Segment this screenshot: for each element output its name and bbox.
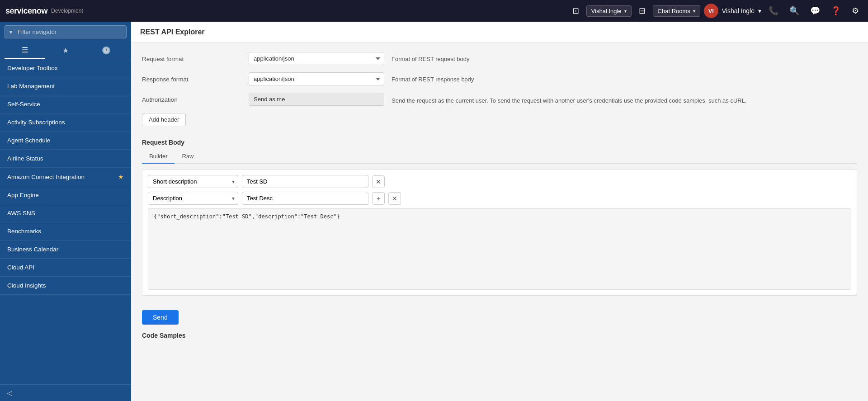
body-builder: Short descriptionDescriptionPriorityCate… bbox=[142, 169, 857, 296]
nav-item-label: Cloud Insights bbox=[7, 282, 46, 289]
help-icon: ❓ bbox=[831, 6, 841, 16]
sidebar-item-self-service[interactable]: Self-Service bbox=[0, 95, 131, 113]
authorization-desc: Send the request as the current user. To… bbox=[392, 93, 857, 106]
sidebar-item-cloud-insights[interactable]: Cloud Insights bbox=[0, 277, 131, 295]
sidebar-item-lab-management[interactable]: Lab Management bbox=[0, 77, 131, 95]
add-field-button[interactable]: + bbox=[372, 192, 385, 205]
chat-rooms-chevron-icon: ▾ bbox=[693, 9, 695, 14]
chat-rooms-label: Chat Rooms bbox=[658, 8, 690, 14]
nav-item-label: Developer Toolbox bbox=[7, 65, 58, 71]
nav-item-label: Amazon Connect Integration bbox=[7, 174, 85, 180]
avatar: VI bbox=[704, 4, 718, 18]
tab-raw[interactable]: Raw bbox=[175, 150, 201, 164]
remove-field-button-0[interactable]: ✕ bbox=[372, 175, 385, 188]
nav-item-label: Benchmarks bbox=[7, 228, 41, 235]
user-chevron-icon: ▾ bbox=[758, 7, 761, 14]
nav-item-label: Self-Service bbox=[7, 101, 40, 108]
request-format-desc: Format of REST request body bbox=[392, 52, 857, 62]
response-format-label: Response format bbox=[142, 72, 241, 83]
star-icon: ★ bbox=[118, 173, 124, 180]
sidebar-item-cloud-api[interactable]: Cloud API bbox=[0, 259, 131, 277]
tab-builder[interactable]: Builder bbox=[142, 150, 175, 164]
workspace-dropdown[interactable]: Vishal Ingle ▾ bbox=[586, 5, 632, 17]
main-content: REST API Explorer Request format applica… bbox=[131, 22, 868, 401]
nav-item-label: Cloud API bbox=[7, 264, 34, 271]
env-label: Development bbox=[51, 8, 83, 14]
copy-icon-btn[interactable]: ⊡ bbox=[569, 4, 583, 18]
field-row-0: Short descriptionDescriptionPriorityCate… bbox=[148, 175, 851, 188]
content-area: Request format application/json applicat… bbox=[131, 43, 868, 401]
sidebar-tab-history[interactable]: 🕐 bbox=[86, 42, 127, 59]
request-body-section: Request Body Builder Raw Short descripti… bbox=[142, 139, 857, 296]
favorites-icon: ★ bbox=[62, 46, 69, 55]
send-button[interactable]: Send bbox=[142, 310, 179, 325]
workspace-chevron-icon: ▾ bbox=[624, 9, 627, 14]
logo-text: servicenow bbox=[5, 6, 47, 16]
field-value-input-0[interactable] bbox=[242, 175, 368, 188]
phone-icon: 📞 bbox=[769, 6, 778, 16]
response-format-select[interactable]: application/json application/xml text/pl… bbox=[249, 72, 384, 85]
nav-item-label: Activity Subscriptions bbox=[7, 119, 65, 126]
response-format-row: Response format application/json applica… bbox=[142, 72, 857, 85]
workspace-label: Vishal Ingle bbox=[591, 8, 622, 14]
sidebar-tab-favorites[interactable]: ★ bbox=[45, 42, 86, 59]
nav-item-label: Agent Schedule bbox=[7, 137, 50, 144]
help-btn[interactable]: ❓ bbox=[827, 4, 844, 18]
field-select-wrap-1: Short descriptionDescriptionPriorityCate… bbox=[148, 192, 238, 205]
json-preview: {"short_description":"Test SD","descript… bbox=[148, 208, 851, 290]
sidebar-tab-all[interactable]: ☰ bbox=[5, 42, 45, 59]
sidebar-item-amazon-connect-integration[interactable]: Amazon Connect Integration★ bbox=[0, 168, 131, 186]
add-header-button[interactable]: Add header bbox=[142, 113, 186, 126]
page-title: REST API Explorer bbox=[131, 22, 868, 43]
filter-nav-area: ▼ bbox=[0, 22, 131, 42]
field-row-1: Short descriptionDescriptionPriorityCate… bbox=[148, 192, 851, 205]
code-samples-label: Code Samples bbox=[142, 332, 857, 339]
nav-item-label: AWS SNS bbox=[7, 210, 35, 217]
request-format-select[interactable]: application/json application/xml text/pl… bbox=[249, 52, 384, 65]
add-header-row: Add header bbox=[142, 113, 857, 132]
field-rows-container: Short descriptionDescriptionPriorityCate… bbox=[148, 175, 851, 205]
sidebar-item-activity-subscriptions[interactable]: Activity Subscriptions bbox=[0, 113, 131, 132]
phone-btn[interactable]: 📞 bbox=[765, 4, 782, 18]
field-select-0[interactable]: Short descriptionDescriptionPriorityCate… bbox=[148, 175, 238, 188]
filter-icon: ▼ bbox=[8, 29, 14, 35]
nav-item-label: Lab Management bbox=[7, 83, 55, 90]
sidebar-item-developer-toolbox[interactable]: Developer Toolbox bbox=[0, 59, 131, 77]
chat-btn[interactable]: 💬 bbox=[807, 4, 824, 18]
field-select-1[interactable]: Short descriptionDescriptionPriorityCate… bbox=[148, 192, 238, 205]
split-view-btn[interactable]: ⊟ bbox=[635, 4, 649, 18]
sidebar-item-app-engine[interactable]: App Engine bbox=[0, 186, 131, 204]
chat-rooms-dropdown[interactable]: Chat Rooms ▾ bbox=[653, 5, 700, 17]
settings-icon: ⚙ bbox=[852, 6, 859, 16]
search-btn[interactable]: 🔍 bbox=[786, 4, 803, 18]
response-format-desc: Format of REST response body bbox=[392, 72, 857, 83]
field-select-wrap-0: Short descriptionDescriptionPriorityCate… bbox=[148, 175, 238, 188]
split-icon: ⊟ bbox=[639, 6, 646, 16]
sidebar-item-business-calendar[interactable]: Business Calendar bbox=[0, 241, 131, 259]
collapse-btn[interactable]: ◁ bbox=[0, 384, 131, 401]
user-menu[interactable]: VI Vishal Ingle ▾ bbox=[704, 4, 761, 18]
sidebar-item-benchmarks[interactable]: Benchmarks bbox=[0, 222, 131, 241]
user-name: Vishal Ingle bbox=[722, 7, 755, 14]
request-format-label: Request format bbox=[142, 52, 241, 62]
copy-icon: ⊡ bbox=[572, 6, 579, 16]
request-body-label: Request Body bbox=[142, 139, 857, 146]
authorization-row: Authorization Send the request as the cu… bbox=[142, 93, 857, 106]
history-icon: 🕐 bbox=[102, 46, 111, 55]
sidebar-item-agent-schedule[interactable]: Agent Schedule bbox=[0, 132, 131, 150]
field-value-input-1[interactable] bbox=[242, 192, 368, 205]
nav-item-label: Business Calendar bbox=[7, 246, 58, 253]
authorization-label: Authorization bbox=[142, 93, 241, 103]
settings-btn[interactable]: ⚙ bbox=[848, 4, 863, 18]
sidebar-item-airline-status[interactable]: Airline Status bbox=[0, 150, 131, 168]
sidebar-item-aws-sns[interactable]: AWS SNS bbox=[0, 204, 131, 222]
nav-item-label: Airline Status bbox=[7, 155, 43, 162]
filter-navigator-input[interactable] bbox=[5, 25, 127, 38]
authorization-input[interactable] bbox=[249, 93, 384, 106]
remove-field-button-1[interactable]: ✕ bbox=[388, 192, 401, 205]
sidebar: ▼ ☰ ★ 🕐 Developer ToolboxLab ManagementS… bbox=[0, 22, 131, 401]
nav-item-label: App Engine bbox=[7, 192, 39, 198]
sidebar-nav-list: Developer ToolboxLab ManagementSelf-Serv… bbox=[0, 59, 131, 384]
body-tab-bar: Builder Raw bbox=[142, 150, 857, 164]
top-navigation: servicenow Development ⊡ Vishal Ingle ▾ … bbox=[0, 0, 868, 22]
